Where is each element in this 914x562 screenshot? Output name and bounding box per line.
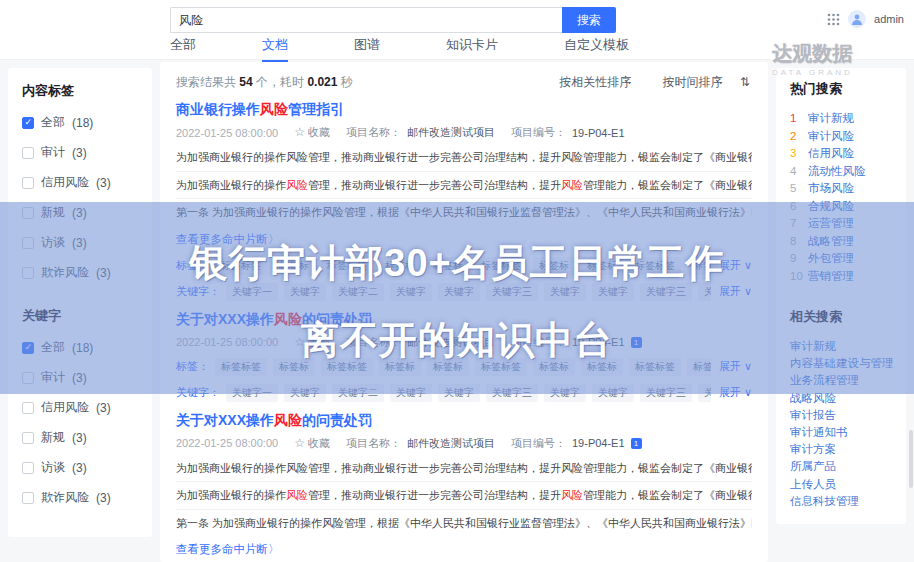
hot-search-item[interactable]: 7 运营管理 [790,215,894,233]
checkbox-icon[interactable] [22,267,34,279]
hot-search-item[interactable]: 4 流动性风险 [790,163,894,181]
tag-pill[interactable]: 标签标 [533,257,575,275]
tag-pill[interactable]: 标签标签 [215,358,267,376]
keyword-pill[interactable]: 关键字 [544,384,586,402]
tag-pill[interactable]: 标签标签 [475,257,527,275]
tab[interactable]: 文档 [262,36,288,62]
keyword-pill[interactable]: 关键字 [592,283,634,301]
related-search-item[interactable]: 审计方案 [790,441,894,458]
result-title[interactable]: 关于对XXX操作风险的问责处罚 [176,412,752,430]
keyword-pill[interactable]: 关键字三 [486,283,538,301]
tab[interactable]: 自定义模板 [564,36,629,62]
keyword-pill[interactable]: 关键字 [390,384,432,402]
expand-button[interactable]: 展开 ∨ [719,258,752,273]
hot-search-item[interactable]: 5 市场风险 [790,180,894,198]
filter-item[interactable]: 新规 (3) [22,204,140,221]
expand-button[interactable]: 展开 ∨ [719,385,752,400]
keyword-pill[interactable]: 关键字二 [332,283,384,301]
tag-pill[interactable]: 标签标签 [475,358,527,376]
checkbox-checked-icon[interactable] [22,117,34,129]
tag-pill[interactable]: 标签标 [687,358,711,376]
tag-pill[interactable]: 标签标 [379,257,421,275]
sort-by-relevance[interactable]: 按相关性排序 [559,75,631,89]
keyword-pill[interactable]: 关键字 [284,283,326,301]
filter-item[interactable]: 访谈 (3) [22,234,140,251]
attachment-count-badge[interactable]: 1 [631,438,642,449]
keyword-pill[interactable]: 关键字 [544,283,586,301]
checkbox-icon[interactable] [22,462,34,474]
favorite-button[interactable]: ☆ 收藏 [294,125,330,140]
search-button[interactable]: 搜索 [562,7,616,33]
tab[interactable]: 知识卡片 [446,36,498,62]
keyword-pill[interactable]: 关键字 [390,283,432,301]
more-snippets-link[interactable]: 查看更多命中片断〉 [176,542,280,557]
tag-pill[interactable]: 标签标 [273,257,315,275]
user-avatar[interactable] [848,10,866,28]
checkbox-checked-icon[interactable] [22,342,34,354]
favorite-button[interactable]: ☆ 收藏 [294,335,330,350]
checkbox-icon[interactable] [22,207,34,219]
tag-pill[interactable]: 标签标 [427,358,469,376]
keyword-pill[interactable]: 关键字二 [332,384,384,402]
related-search-item[interactable]: 业务流程管理 [790,372,894,389]
hot-search-item[interactable]: 6 合规风险 [790,198,894,216]
sort-by-time[interactable]: 按时间排序 ⇅ [649,75,750,89]
attachment-count-badge[interactable]: 1 [631,337,642,348]
tag-pill[interactable]: 标签标签 [321,358,373,376]
tag-pill[interactable]: 标签标签 [321,257,373,275]
filter-item[interactable]: 新规 (3) [22,429,140,446]
filter-item[interactable]: 审计 (3) [22,369,140,386]
related-search-item[interactable]: 内容基础建设与管理 [790,355,894,372]
checkbox-icon[interactable] [22,492,34,504]
related-search-item[interactable]: 战略风险 [790,390,894,407]
result-title[interactable]: 关于对XXX操作风险的问责处罚 [176,311,752,329]
hot-search-item[interactable]: 2 审计风险 [790,128,894,146]
tag-pill[interactable]: 标签标 [533,358,575,376]
filter-item[interactable]: 信用风险 (3) [22,399,140,416]
related-search-item[interactable]: 上传人员 [790,476,894,493]
related-search-item[interactable]: 审计报告 [790,407,894,424]
filter-item[interactable]: 审计 (3) [22,144,140,161]
hot-search-item[interactable]: 1 审计新规 [790,110,894,128]
keyword-pill[interactable]: 关键字 [592,384,634,402]
result-title[interactable]: 商业银行操作风险管理指引 [176,101,752,119]
hot-search-item[interactable]: 9 外包管理 [790,250,894,268]
checkbox-icon[interactable] [22,432,34,444]
expand-button[interactable]: 展开 ∨ [719,284,752,299]
keyword-pill[interactable]: 关键字三 [640,283,692,301]
tab[interactable]: 全部 [170,36,196,62]
checkbox-icon[interactable] [22,177,34,189]
keyword-pill[interactable]: 关键字一 [226,283,278,301]
tag-pill[interactable]: 标签标签 [629,257,681,275]
keyword-pill[interactable]: 关键字一 [226,384,278,402]
keyword-pill[interactable]: 关键字 [438,384,480,402]
related-search-item[interactable]: 审计新规 [790,338,894,355]
tag-pill[interactable]: 标签标 [687,257,711,275]
tag-pill[interactable]: 标签标签 [215,257,267,275]
search-input[interactable] [170,7,562,33]
tag-pill[interactable]: 标签标 [581,358,623,376]
checkbox-icon[interactable] [22,147,34,159]
tab[interactable]: 图谱 [354,36,380,62]
expand-button[interactable]: 展开 ∨ [719,359,752,374]
related-search-item[interactable]: 所属产品 [790,458,894,475]
keyword-pill[interactable]: 关键字三 [640,384,692,402]
tag-pill[interactable]: 标签标 [379,358,421,376]
keyword-pill[interactable]: 关键字三 [486,384,538,402]
tag-pill[interactable]: 标签标签 [629,358,681,376]
filter-item-all[interactable]: 全部 (18) [22,339,140,356]
checkbox-icon[interactable] [22,372,34,384]
filter-item[interactable]: 欺诈风险 (3) [22,489,140,506]
scrollbar-thumb[interactable] [909,430,913,488]
app-grid-icon[interactable] [827,13,840,26]
hot-search-item[interactable]: 3 信用风险 [790,145,894,163]
hot-search-item[interactable]: 8 战略管理 [790,233,894,251]
filter-item-all[interactable]: 全部 (18) [22,114,140,131]
keyword-pill[interactable]: 关键字 [698,384,711,402]
related-search-item[interactable]: 审计通知书 [790,424,894,441]
hot-search-item[interactable]: 10 营销管理 [790,268,894,286]
tag-pill[interactable]: 标签标 [581,257,623,275]
tag-pill[interactable]: 标签标 [427,257,469,275]
favorite-button[interactable]: ☆ 收藏 [294,436,330,451]
filter-item[interactable]: 信用风险 (3) [22,174,140,191]
